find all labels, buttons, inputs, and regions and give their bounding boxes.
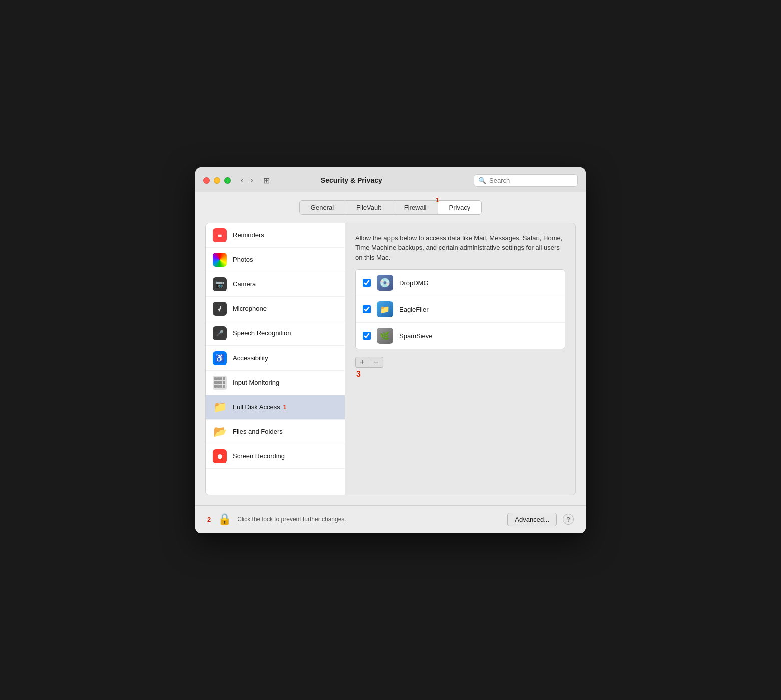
- microphone-icon: 🎙: [213, 302, 227, 316]
- advanced-button[interactable]: Advanced...: [507, 513, 557, 526]
- sidebar-label-microphone: Microphone: [233, 305, 267, 312]
- lock-icon[interactable]: 🔒: [218, 513, 231, 526]
- sidebar-item-files-and-folders[interactable]: 📂 Files and Folders: [206, 420, 345, 444]
- eaglefiler-name: EagleFiler: [399, 306, 429, 313]
- sidebar-label-files-and-folders: Files and Folders: [233, 428, 283, 435]
- dropdmg-icon: [377, 275, 393, 291]
- sidebar-item-microphone[interactable]: 🎙 Microphone: [206, 297, 345, 321]
- remove-app-button[interactable]: −: [369, 357, 383, 368]
- help-button[interactable]: ?: [563, 514, 574, 525]
- tabs-bar: General FileVault Firewall Privacy 1: [195, 192, 586, 215]
- spamsieve-checkbox[interactable]: [363, 332, 371, 340]
- spamsieve-name: SpamSieve: [399, 332, 432, 340]
- badge-tabs: 1: [436, 196, 439, 204]
- app-row-eaglefiler: EagleFiler: [356, 296, 565, 323]
- sidebar-item-reminders[interactable]: ≡ Reminders: [206, 223, 345, 248]
- lock-text: Click the lock to prevent further change…: [237, 516, 501, 523]
- photos-icon: [213, 253, 227, 267]
- sidebar-label-accessibility: Accessibility: [233, 354, 268, 362]
- full-disk-access-icon: 📁: [213, 400, 227, 414]
- sidebar-item-screen-recording[interactable]: ⏺ Screen Recording: [206, 444, 345, 469]
- tab-filevault[interactable]: FileVault: [345, 201, 393, 214]
- spamsieve-icon: [377, 328, 393, 344]
- minimize-button[interactable]: [214, 177, 220, 184]
- tabs-container: General FileVault Firewall Privacy: [299, 200, 482, 215]
- sidebar-item-speech-recognition[interactable]: 🎤 Speech Recognition: [206, 321, 345, 346]
- tab-privacy[interactable]: Privacy: [438, 201, 482, 214]
- sidebar-item-camera[interactable]: 📷 Camera: [206, 272, 345, 297]
- sidebar-item-full-disk-access[interactable]: 📁 Full Disk Access 1: [206, 395, 345, 420]
- bottom-bar: 2 🔒 Click the lock to prevent further ch…: [195, 505, 586, 533]
- reminders-icon: ≡: [213, 228, 227, 242]
- sidebar-label-speech: Speech Recognition: [233, 329, 291, 337]
- app-row-spamsieve: SpamSieve: [356, 323, 565, 349]
- tab-firewall[interactable]: Firewall: [393, 201, 438, 214]
- titlebar: ‹ › ⊞ Security & Privacy 🔍: [195, 167, 586, 192]
- sidebar-label-reminders: Reminders: [233, 231, 264, 239]
- search-bar: 🔍: [474, 174, 578, 187]
- main-window: ‹ › ⊞ Security & Privacy 🔍 General FileV…: [195, 167, 586, 533]
- traffic-lights: [203, 177, 231, 184]
- screen-recording-icon: ⏺: [213, 449, 227, 463]
- search-input[interactable]: [489, 177, 573, 184]
- eaglefiler-checkbox[interactable]: [363, 305, 371, 313]
- sidebar-label-photos: Photos: [233, 256, 253, 263]
- camera-icon: 📷: [213, 277, 227, 291]
- app-row-dropdmg: DropDMG: [356, 270, 565, 296]
- add-app-button[interactable]: +: [355, 357, 369, 368]
- close-button[interactable]: [203, 177, 210, 184]
- dropdmg-checkbox[interactable]: [363, 279, 371, 287]
- app-list-toolbar: + −: [355, 357, 383, 368]
- sidebar-label-wrap-full-disk: Full Disk Access 1: [233, 403, 286, 411]
- accessibility-icon: ♿: [213, 351, 227, 365]
- sidebar-item-input-monitoring[interactable]: Input Monitoring: [206, 371, 345, 395]
- full-disk-access-badge: 1: [283, 404, 287, 411]
- app-list: DropDMG EagleFiler SpamSieve: [355, 269, 565, 349]
- description-text: Allow the apps below to access data like…: [355, 233, 565, 263]
- sidebar-label-full-disk-access: Full Disk Access: [233, 403, 280, 411]
- search-icon: 🔍: [478, 177, 486, 184]
- badge-2: 2: [207, 516, 211, 523]
- input-monitoring-icon: [213, 376, 227, 390]
- dropdmg-name: DropDMG: [399, 279, 429, 287]
- speech-recognition-icon: 🎤: [213, 326, 227, 340]
- files-and-folders-icon: 📂: [213, 425, 227, 439]
- sidebar: ≡ Reminders Photos 📷 Camera 🎙: [205, 223, 345, 495]
- sidebar-label-camera: Camera: [233, 280, 256, 288]
- sidebar-item-accessibility[interactable]: ♿ Accessibility: [206, 346, 345, 371]
- sidebar-item-photos[interactable]: Photos: [206, 248, 345, 272]
- sidebar-label-screen-recording: Screen Recording: [233, 452, 285, 460]
- eaglefiler-icon: [377, 301, 393, 317]
- maximize-button[interactable]: [224, 177, 231, 184]
- tab-general[interactable]: General: [300, 201, 345, 214]
- sidebar-label-input-monitoring: Input Monitoring: [233, 379, 279, 386]
- main-content: ≡ Reminders Photos 📷 Camera 🎙: [195, 215, 586, 505]
- right-panel: Allow the apps below to access data like…: [345, 223, 576, 495]
- badge-3: 3: [356, 370, 361, 378]
- list-toolbar-wrap: + −: [355, 357, 565, 368]
- window-title: Security & Privacy: [236, 176, 468, 184]
- badge3-wrap: 3: [355, 370, 565, 379]
